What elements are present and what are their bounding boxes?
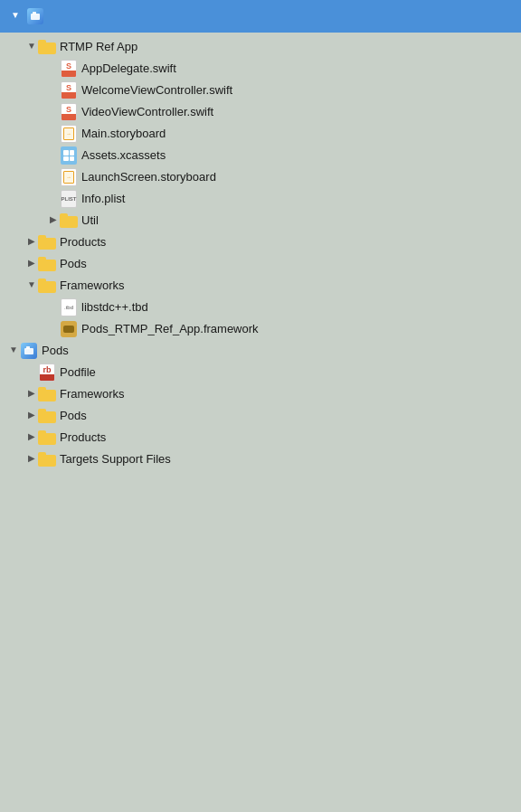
tree-item-assets[interactable]: Assets.xcassets bbox=[0, 145, 521, 166]
tree-item-pods-root[interactable]: Pods bbox=[0, 340, 521, 362]
svg-rect-0 bbox=[31, 14, 40, 20]
tree-item-targets-support[interactable]: Targets Support Files bbox=[0, 448, 521, 470]
label-frameworks-2: Frameworks bbox=[60, 386, 125, 402]
folder-yellow-icon bbox=[60, 212, 78, 230]
chevron-targets-support[interactable] bbox=[25, 453, 38, 466]
tree-item-podfile[interactable]: rbPodfile bbox=[0, 362, 521, 383]
svg-rect-1 bbox=[33, 12, 36, 14]
swift-icon: S bbox=[60, 81, 78, 99]
tree-container: RTMP Ref AppSAppDelegate.swiftSWelcomeVi… bbox=[0, 33, 521, 812]
header bbox=[0, 0, 521, 33]
tree-item-products-2[interactable]: Products bbox=[0, 427, 521, 448]
storyboard-icon: → bbox=[60, 168, 78, 186]
label-util: Util bbox=[81, 212, 99, 229]
chevron-info-plist[interactable] bbox=[47, 193, 60, 205]
chevron-pods-framework[interactable] bbox=[47, 323, 60, 335]
tbd-icon: .tbd bbox=[60, 298, 78, 316]
folder-yellow-icon bbox=[38, 385, 56, 403]
chevron-assets[interactable] bbox=[47, 149, 60, 162]
tree-item-frameworks-1[interactable]: Frameworks bbox=[0, 275, 521, 297]
app-project-icon bbox=[20, 342, 38, 360]
chevron-libstdc[interactable] bbox=[47, 301, 60, 314]
plist-icon: PLIST bbox=[60, 190, 78, 208]
storyboard-icon: → bbox=[60, 125, 78, 143]
chevron-podfile[interactable] bbox=[25, 366, 38, 379]
chevron-videovc[interactable] bbox=[47, 106, 60, 118]
chevron-util[interactable] bbox=[47, 214, 60, 227]
swift-icon: S bbox=[60, 60, 78, 78]
label-frameworks-1: Frameworks bbox=[60, 278, 125, 294]
label-videovc: VideoViewController.swift bbox=[81, 104, 213, 120]
label-launchscreen: LaunchScreen.storyboard bbox=[81, 169, 216, 185]
tree-item-libstdc[interactable]: .tbdlibstdc++.tbd bbox=[0, 297, 521, 318]
swift-icon: S bbox=[60, 103, 78, 121]
chevron-welcomevc[interactable] bbox=[47, 84, 60, 97]
podfile-icon: rb bbox=[38, 364, 56, 382]
chevron-products-2[interactable] bbox=[25, 431, 38, 444]
tree-item-launchscreen[interactable]: →LaunchScreen.storyboard bbox=[0, 166, 521, 188]
label-pods-2: Pods bbox=[60, 408, 87, 424]
label-assets: Assets.xcassets bbox=[81, 147, 166, 164]
label-pods-root: Pods bbox=[42, 343, 69, 359]
tree-item-appdelegate[interactable]: SAppDelegate.swift bbox=[0, 58, 521, 80]
folder-yellow-icon bbox=[38, 277, 56, 295]
tree-item-util[interactable]: Util bbox=[0, 210, 521, 231]
header-icon bbox=[27, 8, 43, 24]
chevron-launchscreen[interactable] bbox=[47, 171, 60, 184]
tree-item-products-1[interactable]: Products bbox=[0, 231, 521, 253]
label-targets-support: Targets Support Files bbox=[60, 451, 171, 467]
tree-item-welcomevc[interactable]: SWelcomeViewController.swift bbox=[0, 80, 521, 101]
label-podfile: Podfile bbox=[60, 364, 96, 381]
folder-yellow-icon bbox=[38, 38, 56, 56]
label-products-2: Products bbox=[60, 430, 106, 446]
label-pods-1: Pods bbox=[60, 256, 87, 272]
label-welcomevc: WelcomeViewController.swift bbox=[81, 82, 232, 99]
label-main-storyboard: Main.storyboard bbox=[81, 126, 166, 142]
assets-icon bbox=[60, 146, 78, 165]
tree-item-main-storyboard[interactable]: →Main.storyboard bbox=[0, 123, 521, 145]
tree-item-frameworks-2[interactable]: Frameworks bbox=[0, 383, 521, 405]
label-info-plist: Info.plist bbox=[81, 191, 125, 207]
svg-rect-3 bbox=[26, 346, 30, 349]
folder-yellow-icon bbox=[38, 233, 56, 251]
label-rtmp-ref-app-root: RTMP Ref App bbox=[60, 39, 137, 55]
chevron-pods-root[interactable] bbox=[7, 345, 20, 357]
chevron-rtmp-ref-app-root[interactable] bbox=[25, 41, 38, 53]
label-pods-framework: Pods_RTMP_Ref_App.framework bbox=[81, 321, 259, 337]
chevron-products-1[interactable] bbox=[25, 236, 38, 249]
framework-icon bbox=[60, 320, 78, 338]
tree-item-info-plist[interactable]: PLISTInfo.plist bbox=[0, 188, 521, 210]
chevron-main-storyboard[interactable] bbox=[47, 127, 60, 140]
folder-yellow-icon bbox=[38, 407, 56, 425]
folder-yellow-icon bbox=[38, 450, 56, 468]
chevron-pods-1[interactable] bbox=[25, 258, 38, 270]
chevron-frameworks-1[interactable] bbox=[25, 279, 38, 292]
label-libstdc: libstdc++.tbd bbox=[81, 299, 148, 316]
tree-item-rtmp-ref-app-root[interactable]: RTMP Ref App bbox=[0, 36, 521, 58]
header-chevron[interactable] bbox=[9, 10, 22, 23]
svg-rect-2 bbox=[24, 348, 33, 354]
chevron-appdelegate[interactable] bbox=[47, 62, 60, 75]
folder-yellow-icon bbox=[38, 255, 56, 273]
label-products-1: Products bbox=[60, 234, 106, 250]
chevron-pods-2[interactable] bbox=[25, 410, 38, 422]
label-appdelegate: AppDelegate.swift bbox=[81, 61, 176, 77]
tree-item-pods-1[interactable]: Pods bbox=[0, 253, 521, 275]
folder-yellow-icon bbox=[38, 429, 56, 447]
tree-item-pods-framework[interactable]: Pods_RTMP_Ref_App.framework bbox=[0, 318, 521, 340]
chevron-frameworks-2[interactable] bbox=[25, 388, 38, 401]
tree-item-videovc[interactable]: SVideoViewController.swift bbox=[0, 101, 521, 123]
tree-item-pods-2[interactable]: Pods bbox=[0, 405, 521, 427]
